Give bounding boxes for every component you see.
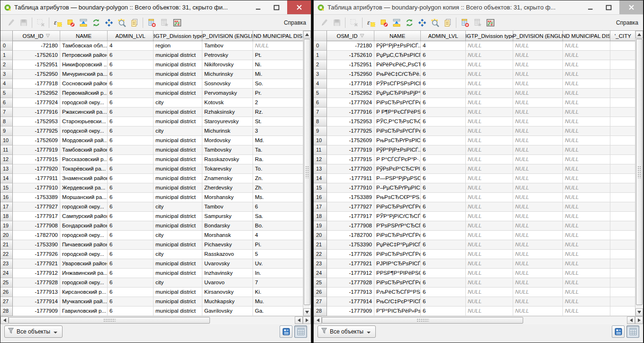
column-header-col4[interactable]: P_DIVISION (ENGLI bbox=[202, 31, 253, 41]
cell[interactable]: Sampursky bbox=[202, 212, 253, 221]
row-number[interactable]: 20 bbox=[0, 231, 13, 240]
cell[interactable]: Токарёвский ра... bbox=[60, 164, 108, 174]
field-calculator-icon[interactable] bbox=[484, 17, 497, 29]
cell[interactable]: -1777911 bbox=[327, 174, 374, 183]
vertical-scroll-thumb[interactable] bbox=[304, 39, 310, 305]
cell[interactable] bbox=[610, 288, 635, 297]
cell[interactable]: 4 bbox=[108, 41, 154, 51]
cell[interactable]: NULL bbox=[563, 89, 610, 98]
cell[interactable]: NULL bbox=[466, 108, 513, 117]
cell[interactable]: -1752951 bbox=[13, 60, 60, 70]
table-row[interactable]: 13-1777920РўРѕРєР°СЂС'РІ...6NULLNULLNULL bbox=[314, 164, 635, 174]
row-number[interactable]: 7 bbox=[0, 108, 13, 117]
cell[interactable]: -1777919 bbox=[13, 145, 60, 155]
scroll-left-button[interactable] bbox=[0, 316, 9, 324]
cell[interactable]: РЎС‚Р°СЂРѕСЋСЂ... bbox=[374, 117, 421, 126]
cell[interactable]: -1753389 bbox=[13, 193, 60, 202]
cell[interactable]: NULL bbox=[513, 51, 563, 60]
cell[interactable] bbox=[610, 136, 635, 145]
cell[interactable]: Тамбовский район bbox=[60, 145, 108, 155]
row-number[interactable]: 13 bbox=[0, 164, 13, 174]
feature-filter-button[interactable]: Все объекты bbox=[4, 325, 63, 338]
row-number[interactable]: 4 bbox=[314, 79, 327, 89]
table-row[interactable]: 27-1777914Мучкапский рай...6municipal di… bbox=[0, 297, 303, 307]
cell[interactable]: To. bbox=[253, 164, 303, 174]
cell[interactable]: NULL bbox=[563, 221, 610, 231]
cell[interactable]: 6 bbox=[108, 79, 154, 89]
cell[interactable]: 7 bbox=[253, 278, 303, 288]
cell[interactable]: -1777909 bbox=[13, 307, 60, 316]
cell[interactable]: NULL bbox=[513, 269, 563, 278]
cell[interactable]: 6 bbox=[108, 202, 154, 212]
row-number[interactable]: 15 bbox=[0, 183, 13, 193]
column-header-osm-id[interactable]: OSM_ID bbox=[13, 31, 60, 41]
cell[interactable]: municipal district bbox=[154, 174, 202, 183]
cell[interactable]: 6 bbox=[421, 269, 466, 278]
row-number[interactable]: 20 bbox=[314, 231, 327, 240]
cell[interactable]: NULL bbox=[466, 155, 513, 164]
cell[interactable]: NULL bbox=[563, 126, 610, 136]
cell[interactable]: Гавриловский р... bbox=[60, 307, 108, 316]
cell[interactable]: 6 bbox=[108, 89, 154, 98]
cell[interactable]: городской окру... bbox=[60, 98, 108, 108]
scroll-track[interactable] bbox=[523, 316, 627, 324]
row-number[interactable]: 19 bbox=[314, 221, 327, 231]
row-number[interactable]: 26 bbox=[314, 288, 327, 297]
row-number[interactable]: 14 bbox=[314, 174, 327, 183]
cell[interactable]: 6 bbox=[421, 117, 466, 126]
row-number[interactable]: 17 bbox=[314, 202, 327, 212]
cell[interactable]: 6 bbox=[421, 250, 466, 259]
cell[interactable]: РџРµС‚СЂРѕРІСЃ... bbox=[374, 51, 421, 60]
row-number[interactable]: 22 bbox=[314, 250, 327, 259]
maximize-button[interactable] bbox=[601, 0, 617, 14]
cell[interactable] bbox=[610, 250, 635, 259]
cell[interactable]: РњСѓС‡РєР°РїСЃ... bbox=[374, 297, 421, 307]
cell[interactable]: NULL bbox=[466, 307, 513, 316]
help-button[interactable]: Справка bbox=[284, 19, 306, 26]
table-row[interactable]: 2-1752951РќРёРєРёС„РѕСЂ...6NULLNULLNULL bbox=[314, 60, 635, 70]
row-number[interactable]: 24 bbox=[0, 269, 13, 278]
row-number[interactable]: 16 bbox=[314, 193, 327, 202]
cell[interactable]: 6 bbox=[108, 117, 154, 126]
cell[interactable]: 6 bbox=[108, 70, 154, 79]
cell[interactable]: NULL bbox=[563, 79, 610, 89]
table-row[interactable]: 23-1777921РЈРІР°СЂРѕРІСЃ...6NULLNULLNULL bbox=[314, 259, 635, 269]
cell[interactable] bbox=[610, 259, 635, 269]
cell[interactable]: NULL bbox=[563, 278, 610, 288]
cell[interactable]: NULL bbox=[466, 41, 513, 51]
cell[interactable]: -1777924 bbox=[327, 98, 374, 108]
cell[interactable]: РЈРІР°СЂРѕРІСЃ... bbox=[374, 259, 421, 269]
cell[interactable] bbox=[610, 117, 635, 126]
cell[interactable]: NULL bbox=[466, 51, 513, 60]
cell[interactable]: NULL bbox=[466, 164, 513, 174]
table-row[interactable]: 16-1753389РњРѕСЂС€Р°РЅ...6NULLNULLNULL bbox=[314, 193, 635, 202]
table-row[interactable]: 22-1777926городской окру...6cityRasskazo… bbox=[0, 250, 303, 259]
cell[interactable]: Pt. bbox=[253, 51, 303, 60]
column-header-col3[interactable]: 3GTP_Divission type bbox=[466, 31, 513, 41]
cell[interactable] bbox=[610, 307, 635, 316]
cell[interactable]: Zh. bbox=[253, 183, 303, 193]
cell[interactable]: 6 bbox=[421, 108, 466, 117]
row-number[interactable]: 3 bbox=[314, 70, 327, 79]
table-row[interactable]: 12-1777915Рассказовский р...6municipal d… bbox=[0, 155, 303, 164]
close-button[interactable] bbox=[619, 0, 643, 14]
table-row[interactable]: 8-1752953Староюрьевски...6municipal dist… bbox=[0, 117, 303, 126]
horizontal-scrollbar[interactable] bbox=[0, 316, 311, 324]
row-number[interactable]: 8 bbox=[314, 117, 327, 126]
cell[interactable]: -1752950 bbox=[13, 70, 60, 79]
table-row[interactable]: 1-1752610РџРµС‚СЂРѕРІСЃ...6NULLNULLNULL bbox=[314, 51, 635, 60]
table-row[interactable]: 12-1777915Р Р°СЃСЃРєР°Р·...6NULLNULLNULL bbox=[314, 155, 635, 164]
cell[interactable]: РџРёС‡Р°РµРІСЃ... bbox=[374, 240, 421, 250]
cell[interactable]: Первомайский р... bbox=[60, 89, 108, 98]
cell[interactable]: municipal district bbox=[154, 51, 202, 60]
cell[interactable]: РќРёРєРёС„РѕСЂ... bbox=[374, 60, 421, 70]
cell[interactable]: -1777924 bbox=[13, 98, 60, 108]
cell[interactable] bbox=[610, 193, 635, 202]
cell[interactable]: NULL bbox=[513, 174, 563, 183]
row-number[interactable]: 19 bbox=[0, 221, 13, 231]
cell[interactable]: municipal district bbox=[154, 212, 202, 221]
cell[interactable]: NULL bbox=[466, 60, 513, 70]
cell[interactable]: 6 bbox=[108, 212, 154, 221]
cell[interactable]: -1752953 bbox=[327, 117, 374, 126]
cell[interactable]: Р—РЅР°РјРµРЅС... bbox=[374, 174, 421, 183]
